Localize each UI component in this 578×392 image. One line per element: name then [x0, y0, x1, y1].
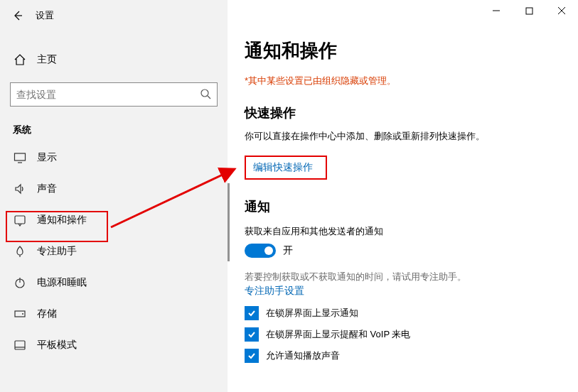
checkbox-icon: [245, 327, 259, 342]
scrollbar[interactable]: [228, 183, 230, 261]
svg-rect-2: [15, 216, 25, 224]
quick-actions-title: 快速操作: [245, 104, 578, 121]
nav-item-sound[interactable]: 声音: [0, 173, 228, 205]
quick-actions-desc: 你可以直接在操作中心中添加、删除或重新排列快速操作。: [245, 130, 578, 143]
svg-rect-1: [15, 153, 26, 160]
nav-item-tablet[interactable]: 平板模式: [0, 330, 228, 361]
policy-note: *其中某些设置已由组织隐藏或管理。: [245, 75, 578, 87]
maximize-button[interactable]: [513, 0, 545, 21]
storage-icon: [13, 307, 27, 321]
toggle-label: 开: [283, 244, 293, 257]
checkbox-row[interactable]: 在锁屏界面上显示提醒和 VoIP 来电: [245, 327, 578, 342]
nav-item-label: 专注助手: [37, 245, 77, 258]
section-header: 系统: [13, 124, 228, 136]
nav-item-label: 存储: [37, 307, 57, 320]
nav-item-label: 显示: [37, 151, 57, 164]
page-title: 通知和操作: [245, 38, 578, 63]
notifications-title: 通知: [245, 198, 578, 215]
nav-item-display[interactable]: 显示: [0, 142, 228, 173]
search-input[interactable]: [16, 89, 200, 100]
checkbox-label: 在锁屏界面上显示通知: [266, 307, 358, 320]
nav-item-power[interactable]: 电源和睡眠: [0, 267, 228, 298]
nav-item-label: 通知和操作: [37, 214, 87, 227]
focus-assist-link[interactable]: 专注助手设置: [245, 285, 578, 298]
sound-icon: [13, 182, 27, 196]
close-button[interactable]: [545, 0, 578, 21]
window-title: 设置: [36, 9, 54, 22]
nav-item-focus[interactable]: 专注助手: [0, 236, 228, 267]
notifications-toggle-desc: 获取来自应用和其他发送者的通知: [245, 225, 578, 238]
edit-quick-actions-highlight: 编辑快速操作: [245, 156, 327, 180]
svg-point-0: [201, 89, 208, 97]
focus-desc: 若要控制获取或不获取通知的时间，请试用专注助手。: [245, 271, 578, 283]
checkbox-icon: [245, 306, 259, 320]
notifications-icon: [13, 213, 27, 227]
tablet-icon: [13, 338, 27, 352]
svg-rect-6: [15, 341, 25, 349]
svg-rect-7: [526, 8, 532, 14]
close-icon: [557, 6, 566, 15]
power-icon: [13, 276, 27, 290]
back-button[interactable]: [7, 5, 28, 26]
display-icon: [13, 151, 27, 165]
edit-quick-actions-link[interactable]: 编辑快速操作: [253, 161, 313, 173]
home-icon: [13, 53, 27, 67]
sidebar: 设置 主页 系统 显示 声音: [0, 0, 228, 392]
nav-item-notifications[interactable]: 通知和操作: [0, 205, 228, 236]
home-button[interactable]: 主页: [0, 47, 228, 72]
checkbox-label: 允许通知播放声音: [266, 349, 340, 362]
svg-point-5: [22, 313, 23, 315]
checkbox-label: 在锁屏界面上显示提醒和 VoIP 来电: [266, 328, 410, 341]
nav-item-label: 平板模式: [37, 339, 77, 352]
home-label: 主页: [37, 53, 57, 66]
search-input-container[interactable]: [10, 82, 218, 107]
arrow-left-icon: [12, 10, 23, 21]
nav-item-label: 电源和睡眠: [37, 276, 87, 289]
notifications-toggle[interactable]: [245, 244, 276, 258]
minimize-icon: [492, 6, 501, 15]
focus-icon: [13, 244, 27, 258]
content-area: 通知和操作 *其中某些设置已由组织隐藏或管理。 快速操作 你可以直接在操作中心中…: [228, 0, 578, 392]
checkbox-row[interactable]: 在锁屏界面上显示通知: [245, 306, 578, 320]
nav-item-label: 声音: [37, 183, 57, 195]
maximize-icon: [525, 7, 533, 15]
checkbox-icon: [245, 349, 259, 363]
minimize-button[interactable]: [480, 0, 513, 21]
checkbox-row[interactable]: 允许通知播放声音: [245, 349, 578, 363]
search-icon: [200, 88, 211, 102]
nav-item-storage[interactable]: 存储: [0, 298, 228, 330]
